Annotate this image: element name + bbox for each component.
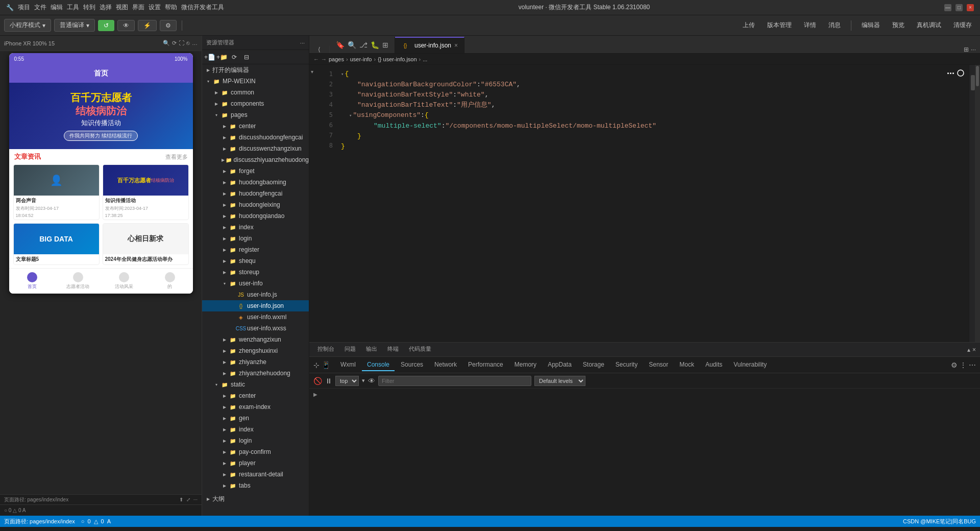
folder-exam-index[interactable]: ▶ 📁 exam-index [202, 401, 309, 413]
nav-home[interactable]: 首页 [9, 269, 55, 294]
collapse-tree-icon[interactable]: ⊟ [241, 52, 252, 63]
tab-mock[interactable]: Mock [674, 359, 699, 371]
tab-sensor[interactable]: Sensor [644, 359, 673, 371]
preview-label[interactable]: 预览 [888, 19, 909, 31]
folder-common[interactable]: ▶ 📁 common [202, 87, 309, 98]
extension-icon[interactable]: ⊞ [382, 41, 388, 49]
fullscreen-icon[interactable]: ⛶ [179, 40, 184, 46]
collapse-button[interactable]: ▾ [309, 69, 315, 75]
tab-performance[interactable]: Performance [463, 359, 508, 371]
file-user-info-js[interactable]: JS user-info.js [202, 289, 309, 300]
devtools-header-tab-issues[interactable]: 问题 [340, 344, 360, 355]
folder-user-info[interactable]: ▾ 📁 user-info [202, 278, 309, 289]
menu-item-help[interactable]: 帮助 [165, 3, 177, 12]
devtools-close-icon[interactable]: × [972, 346, 976, 353]
message-button[interactable]: 消息 [824, 19, 845, 31]
tab-vulnerability[interactable]: Vulnerability [728, 359, 772, 371]
bookmark-icon[interactable]: 🔖 [336, 41, 345, 49]
folder-player[interactable]: ▶ 📁 player [202, 457, 309, 469]
context-selector[interactable]: top [335, 376, 359, 386]
share-page-icon[interactable]: ⬆ [179, 497, 183, 502]
article-2[interactable]: 百千万志愿者 结核病防治 知识传播活动 发布时间:2023-04-17 17:3… [103, 164, 189, 220]
upload-button[interactable]: 上传 [739, 19, 759, 31]
folder-zhengshuxinxi[interactable]: ▶ 📁 zhengshuxinxi [202, 345, 309, 356]
settings2-button[interactable]: ⚙ [160, 20, 177, 31]
folder-huodongleixing[interactable]: ▶ 📁 huodongleixing [202, 199, 309, 210]
real-debug-label[interactable]: 真机调试 [913, 19, 945, 31]
menu-item-tools[interactable]: 工具 [67, 3, 79, 12]
tab-security[interactable]: Security [610, 359, 643, 371]
folder-static-center[interactable]: ▶ 📁 center [202, 390, 309, 401]
article-4[interactable]: 心相日新求 2024年全民健身志愿活动举办 [103, 223, 189, 265]
evaluate-button[interactable]: 详情 [800, 19, 820, 31]
devtools-more2-icon[interactable]: ⋯ [969, 361, 976, 369]
folder-huodongbaoming[interactable]: ▶ 📁 huodongbaoming [202, 177, 309, 188]
breadcrumb-forward-icon[interactable]: → [321, 56, 327, 62]
devtools-header-tab-quality[interactable]: 代码质量 [405, 344, 435, 355]
devtools-header-tab-output[interactable]: 输出 [362, 344, 381, 355]
folder-static-index[interactable]: ▶ 📁 index [202, 424, 309, 435]
breadcrumb-ellipsis[interactable]: ... [423, 56, 427, 62]
line5-collapse[interactable]: ▾ [349, 111, 352, 121]
split-editor-icon[interactable]: ⊞ [964, 46, 969, 53]
nav-gallery[interactable]: 活动风采 [101, 269, 147, 294]
folder-restaurant-detail[interactable]: ▶ 📁 restaurant-detail [202, 469, 309, 480]
folder-zhiyuanzhehuodong[interactable]: ▶ 📁 zhiyanzhehuodong [202, 368, 309, 379]
menu-item-edit[interactable]: 编辑 [51, 3, 63, 12]
search-icon[interactable]: 🔍 [163, 40, 170, 46]
search-icon2[interactable]: 🔍 [348, 41, 356, 49]
menu-item-settings[interactable]: 设置 [149, 3, 161, 12]
refresh-tree-icon[interactable]: ⟳ [229, 52, 240, 63]
devtools-more-icon[interactable]: ⋮ [960, 361, 967, 369]
folder-huodongfengcai[interactable]: ▶ 📁 huodongfengcai [202, 188, 309, 199]
section-more[interactable]: 查看更多 [165, 153, 188, 161]
share-icon[interactable]: ⎋ [186, 40, 190, 46]
breadcrumb-pages[interactable]: pages [329, 56, 344, 62]
breadcrumb-back-icon[interactable]: ← [313, 56, 319, 62]
breadcrumb-user-info[interactable]: user-info [350, 56, 372, 62]
pause-on-error-icon[interactable]: ⏸ [325, 377, 332, 385]
tab-user-info-json[interactable]: {} user-info.json × [395, 37, 464, 53]
clear-cache-label[interactable]: 清缓存 [949, 19, 976, 31]
folder-register[interactable]: ▶ 📁 register [202, 244, 309, 255]
folder-static[interactable]: ▾ 📁 static [202, 379, 309, 390]
folder-wenzhangzixun[interactable]: ▶ 📁 wenzhangzixun [202, 334, 309, 345]
tab-appdata[interactable]: AppData [543, 359, 577, 371]
close-button[interactable]: × [967, 4, 974, 11]
code-editor[interactable]: ▾ { "navigationBarBackgroundColor" : "#6… [337, 65, 969, 342]
editor-label[interactable]: 编辑器 [857, 19, 884, 31]
tab-wxml[interactable]: Wxml [335, 359, 361, 371]
devtools-header-tab-terminal[interactable]: 终端 [383, 344, 403, 355]
more2-icon[interactable]: ··· [193, 497, 198, 502]
compile2-button[interactable]: ⚡ [138, 20, 157, 31]
clear-console-icon[interactable]: 🚫 [313, 377, 322, 385]
banner-note[interactable]: 作我共同努力 续结结核流行 [64, 131, 138, 141]
folder-login[interactable]: ▶ 📁 login [202, 233, 309, 244]
folder-zhiyuanzhe[interactable]: ▶ 📁 zhiyanzhe [202, 356, 309, 368]
folder-huodongqiandao[interactable]: ▶ 📁 huodongqiandao [202, 210, 309, 222]
tab-memory[interactable]: Memory [509, 359, 542, 371]
folder-pages[interactable]: ▾ 📁 pages [202, 109, 309, 120]
compile-button[interactable]: 普通编译 ▾ [54, 19, 95, 32]
folder-center[interactable]: ▶ 📁 center [202, 120, 309, 132]
fullscreen2-icon[interactable]: ⤢ [186, 497, 190, 502]
folder-components[interactable]: ▶ 📁 components [202, 98, 309, 109]
menu-item-select[interactable]: 选择 [100, 3, 112, 12]
console-filter[interactable] [378, 376, 531, 386]
mode-button[interactable]: 小程序模式 ▾ [4, 19, 51, 32]
debug-icon[interactable]: 🐛 [371, 41, 379, 49]
file-user-info-json[interactable]: {} user-info.json [202, 300, 309, 311]
rotate-icon[interactable]: ⟳ [172, 40, 177, 46]
new-folder-icon[interactable]: +📁 [216, 52, 228, 63]
ellipsis-icon[interactable]: … [192, 40, 198, 46]
nav-mine[interactable]: 的 [147, 269, 193, 294]
maximize-button[interactable]: □ [955, 4, 963, 11]
log-level-select[interactable]: Default levels [534, 376, 585, 386]
device-icon[interactable]: 📱 [322, 361, 330, 369]
article-1[interactable]: 👤 两会声音 发布时间:2023-04-17 18:04:52 [13, 164, 100, 220]
menu-item-interface[interactable]: 界面 [132, 3, 144, 12]
tab-close-icon[interactable]: × [454, 42, 458, 49]
file-user-info-wxml[interactable]: ◈ user-info.wxml [202, 311, 309, 323]
ellipsis-menu-icon[interactable]: ··· [300, 40, 305, 46]
tab-sources[interactable]: Sources [396, 359, 428, 371]
